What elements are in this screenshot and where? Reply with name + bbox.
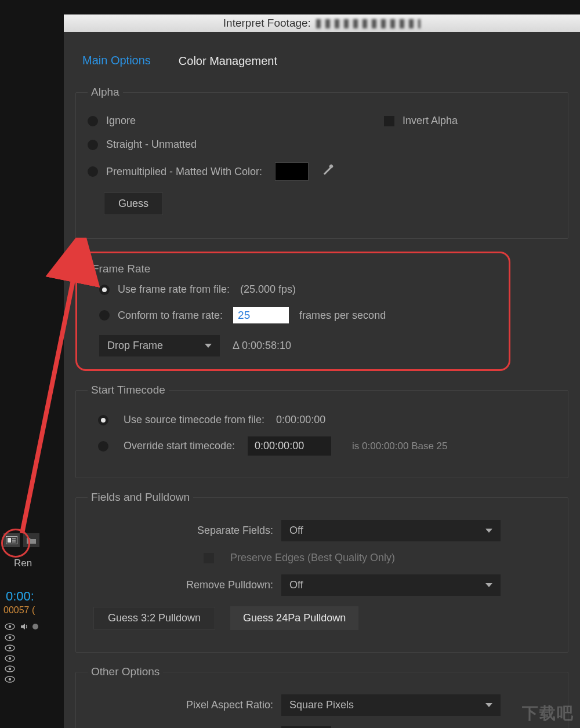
svg-point-12	[9, 657, 11, 660]
par-select[interactable]: Square Pixels	[281, 694, 501, 716]
chevron-down-icon	[205, 344, 212, 348]
label-remove-pulldown: Remove Pulldown:	[88, 579, 273, 591]
svg-point-8	[9, 636, 11, 639]
project-panel-strip: Ren 0:00: 00057 (	[0, 533, 58, 683]
guess-32-button[interactable]: Guess 3:2 Pulldown	[93, 607, 215, 629]
par-value: Square Pixels	[289, 699, 354, 711]
svg-point-10	[9, 647, 11, 649]
label-override-tc: Override start timecode:	[124, 440, 235, 452]
guess-24pa-button[interactable]: Guess 24Pa Pulldown	[230, 606, 358, 630]
chevron-down-icon	[485, 583, 492, 587]
alpha-group: Alpha Ignore Invert Alpha Straight - Unm…	[75, 86, 568, 239]
file-rate-value: (25.000 fps)	[240, 283, 296, 296]
eye-icon[interactable]	[5, 623, 15, 630]
panel-frame-number: 00057 (	[3, 605, 58, 616]
solo-dot-icon[interactable]	[32, 624, 38, 629]
frame-rate-group: Frame Rate Use frame rate from file: (25…	[75, 252, 510, 371]
other-options-legend: Other Options	[88, 665, 163, 678]
alpha-legend: Alpha	[88, 86, 123, 99]
window-title: Interpret Footage:	[223, 17, 311, 29]
frame-rate-legend: Frame Rate	[92, 263, 497, 275]
eye-icon[interactable]	[5, 676, 15, 683]
conform-rate-input[interactable]: 25	[233, 307, 289, 323]
label-invert-alpha: Invert Alpha	[403, 115, 458, 127]
chevron-down-icon	[485, 529, 492, 533]
radio-use-source-tc[interactable]	[98, 415, 108, 425]
drop-frame-select[interactable]: Drop Frame	[99, 335, 220, 356]
delta-duration: Δ 0:00:58:10	[233, 340, 291, 352]
source-tc-value: 0:00:00:00	[276, 414, 325, 426]
start-timecode-legend: Start Timecode	[88, 384, 169, 396]
interpret-footage-icon[interactable]	[3, 533, 20, 547]
window-titlebar: Interpret Footage:	[64, 14, 580, 32]
separate-fields-select[interactable]: Off	[281, 520, 501, 541]
label-par: Pixel Aspect Ratio:	[88, 699, 273, 711]
interpret-footage-dialog: Main Options Color Management Alpha Igno…	[64, 32, 580, 728]
eye-icon[interactable]	[5, 645, 15, 651]
eyedropper-icon[interactable]	[321, 165, 334, 178]
eye-icon[interactable]	[5, 665, 15, 672]
override-tc-info: is 0:00:00:00 Base 25	[352, 441, 447, 452]
radio-straight[interactable]	[88, 140, 98, 150]
radio-use-file-rate[interactable]	[99, 285, 110, 295]
label-premultiplied: Premultiplied - Matted With Color:	[106, 166, 262, 178]
title-filename-blur	[316, 19, 420, 28]
tab-bar: Main Options Color Management	[80, 49, 580, 73]
checkbox-preserve-edges[interactable]	[204, 553, 214, 563]
tab-color-management[interactable]: Color Management	[176, 50, 280, 72]
panel-timecode[interactable]: 0:00:	[6, 589, 58, 604]
label-use-source-tc: Use source timecode from file:	[124, 414, 264, 426]
radio-conform-rate[interactable]	[99, 310, 110, 321]
audio-icon[interactable]	[20, 623, 28, 631]
label-separate-fields: Separate Fields:	[88, 525, 273, 537]
label-conform-rate: Conform to frame rate:	[118, 310, 223, 322]
matte-color-swatch[interactable]	[275, 162, 309, 181]
radio-premultiplied[interactable]	[88, 166, 98, 177]
chevron-down-icon	[485, 703, 492, 707]
label-fps: frames per second	[299, 310, 386, 322]
folder-icon[interactable]	[23, 533, 39, 547]
eye-icon[interactable]	[5, 655, 15, 662]
radio-ignore[interactable]	[88, 116, 98, 126]
start-timecode-group: Start Timecode Use source timecode from …	[75, 384, 568, 478]
override-tc-input[interactable]: 0:00:00:00	[248, 436, 331, 456]
svg-point-14	[9, 668, 11, 670]
svg-point-16	[9, 678, 11, 680]
svg-point-6	[9, 625, 11, 628]
label-ignore: Ignore	[106, 115, 136, 127]
watermark: 下载吧	[522, 702, 574, 725]
svg-rect-1	[8, 538, 11, 543]
fields-pulldown-legend: Fields and Pulldown	[88, 491, 193, 504]
label-straight: Straight - Unmatted	[106, 139, 197, 151]
guess-alpha-button[interactable]: Guess	[104, 192, 163, 215]
eye-icon[interactable]	[5, 634, 15, 641]
checkbox-invert-alpha[interactable]	[384, 116, 394, 126]
drop-frame-value: Drop Frame	[107, 340, 163, 352]
fields-pulldown-group: Fields and Pulldown Separate Fields: Off…	[75, 491, 568, 653]
tab-main-options[interactable]: Main Options	[80, 49, 153, 73]
remove-pulldown-select[interactable]: Off	[281, 574, 501, 596]
render-label: Ren	[14, 558, 58, 569]
radio-override-tc[interactable]	[98, 441, 108, 452]
other-options-group: Other Options Pixel Aspect Ratio: Square…	[75, 665, 568, 728]
label-preserve-edges: Preserve Edges (Best Quality Only)	[230, 552, 395, 564]
separate-fields-value: Off	[289, 525, 303, 537]
remove-pulldown-value: Off	[289, 579, 303, 591]
label-use-file-rate: Use frame rate from file:	[118, 283, 230, 296]
